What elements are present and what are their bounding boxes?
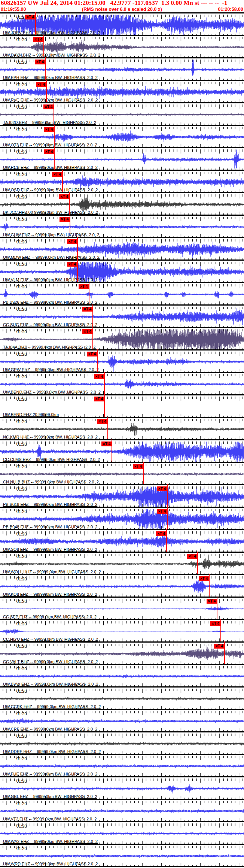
trace-row[interactable]: 01:20×T 4UW.BEND EHZ 20 99999.0km: [0, 394, 244, 417]
station-label: UW.GPW EHZ -- 99999.0km BW. HIGHPASS 2.0…: [3, 367, 99, 372]
trace-row[interactable]: 01:20×T 4UW.OSD EHZ -- 99999.0km BW. HIG…: [0, 170, 244, 192]
pick-marker[interactable]: ×T 4: [36, 82, 46, 87]
pick-marker[interactable]: ×T 4: [207, 599, 217, 604]
trace-row[interactable]: 01:20UW.WA2 EHZ -- 99999.0km BW. HIGHPAS…: [0, 821, 244, 844]
seismogram-trace: [0, 784, 244, 793]
pick-marker[interactable]: ×T 4: [101, 441, 112, 446]
trace-row[interactable]: 01:20×T 4PB.B018 EHZ -- 99999.0km BW. HI…: [0, 484, 244, 507]
trace-row[interactable]: 01:20UW.GBL EHZ -- 99999.0km BW .HIGHPAS…: [0, 776, 244, 799]
trace-row[interactable]: 01:20×T 4UW.WOLL HHZ -- 99999.0km BW .HI…: [0, 552, 244, 574]
trace-row[interactable]: 01:20×T 4UW.SO8 EHZ -- 99999.0km BW. HIG…: [0, 529, 244, 552]
seismogram-trace: [0, 629, 244, 635]
trace-row[interactable]: 01:20UW.DDRF HHZ -- 99999.0km BW .HIGHPA…: [0, 731, 244, 754]
trace-row[interactable]: 01:20×T 4PB.B948 EHZ -- 99999.0km BW. HI…: [0, 507, 244, 529]
minute-time-label: 01:20: [16, 622, 27, 626]
seismogram-trace: [0, 555, 244, 569]
pick-marker[interactable]: ×T 4: [43, 104, 54, 109]
station-label: UW.OT3 EHZ -- 99999.0km BW .HIGHPASS 2.0…: [3, 143, 97, 147]
pick-marker[interactable]: ×T 4: [33, 37, 44, 42]
trace-row[interactable]: 01:20×T 4UW.EPH EHZ -- 99999.0km BW .HIG…: [0, 57, 244, 80]
station-label: UW.VLM EHZ -- 99999.0km BW .HIGHPASS 2.0…: [3, 277, 98, 282]
minute-time-label: 01:20: [16, 82, 27, 87]
trace-row[interactable]: 01:20×T 4UW.OT3 EHZ -- 99999.0km BW .HIG…: [0, 125, 244, 147]
trace-row[interactable]: 01:20×T 4PB.B926 EHZ -- 99999.0km BW. HI…: [0, 282, 244, 304]
trace-row[interactable]: 01:20×T 4UW.DAYN BHZ -- 99999.0km BW HIG…: [0, 35, 244, 57]
trace-row[interactable]: 01:20×T 4UW.RCB EHZ -- 99999.0km BW. HIG…: [0, 147, 244, 170]
minute-time-label: 01:20: [16, 824, 27, 828]
pick-marker[interactable]: ×T 4: [199, 576, 209, 581]
pick-marker[interactable]: ×T 4: [210, 621, 221, 626]
trace-row[interactable]: 01:20UW.BVW EHZ -- 99999.0km BW. HIGHPAS…: [0, 664, 244, 686]
trace-row[interactable]: 01:20×T 4CC.SUG EHZ -- 99999.0km BW .HIG…: [0, 304, 244, 327]
seismogram-trace: [0, 606, 244, 610]
seismogram-trace: [0, 742, 244, 746]
trace-row[interactable]: 01:20UW.CRF EHZ -- 99999.0km BW. HIGHPAS…: [0, 709, 244, 731]
station-label: UW.WRD EHZ -- 99999.0km BW HIGHPASS 2.0 …: [3, 862, 98, 866]
pick-marker[interactable]: ×T 4: [214, 644, 225, 649]
trace-row[interactable]: 01:20×T 4CC.VALT BHZ -- 99999.0km BW. HI…: [0, 641, 244, 664]
trace-row[interactable]: 01:20×T 4UW.JORV EHZ -- 99999.0km BW .HI…: [0, 12, 244, 35]
trace-row[interactable]: 01:20×T 4CC.HIYU EHZ -- 99999.0km BW. HI…: [0, 619, 244, 641]
pick-marker[interactable]: ×T 4: [157, 486, 167, 491]
station-label: CC.SEP EHZ -- 99999.0km BW .HIGHPASS 2.0…: [3, 614, 97, 619]
pick-marker[interactable]: ×T 4: [94, 374, 104, 379]
trace-row[interactable]: 01:20×T 4BK.JCC HHZ.00 99999.0km BW HIGH…: [0, 192, 244, 215]
station-label: NC.KMR HHZ -- 99999.0km BW. HIGHPASS 2.0…: [3, 435, 98, 439]
pick-marker[interactable]: ×T 4: [35, 60, 45, 64]
trace-row[interactable]: 01:20UW.CCRK HHZ -- 99999.0km BW. HIGHPA…: [0, 686, 244, 709]
seismogram-trace: [0, 718, 244, 724]
minute-time-label: 01:20: [16, 262, 27, 267]
pick-marker[interactable]: ×T 4: [60, 217, 70, 222]
pick-marker[interactable]: ×T 4: [67, 239, 77, 244]
trace-row[interactable]: 01:20×T 4UW.BEND EHZ -- 99999.0km BW .HI…: [0, 372, 244, 394]
pick-marker[interactable]: ×T 4: [133, 464, 143, 469]
station-label: UW.VT2 EHZ -- 99999.0km BW HIGHPASS 2.0 …: [3, 817, 97, 821]
pick-marker[interactable]: ×T 4: [44, 127, 54, 132]
trace-row[interactable]: 01:20×T 4UW.KO8 EHZ -- 99999.0km BW. HIG…: [0, 574, 244, 597]
pick-marker[interactable]: ×T 4: [44, 149, 54, 154]
pick-marker[interactable]: ×T 4: [156, 531, 167, 536]
minute-time-label: 01:20: [16, 689, 27, 694]
pick-marker[interactable]: ×T 4: [25, 15, 36, 19]
trace-row[interactable]: 01:20UW.WRD EHZ -- 99999.0km BW HIGHPASS…: [0, 844, 244, 866]
seismogram-viewer: 60826157 UW Jul 24, 2014 01:20:15.00 42.…: [0, 0, 244, 868]
minute-time-label: 01:20: [16, 330, 27, 334]
pick-marker[interactable]: ×T 4: [79, 284, 89, 289]
minute-time-label: 01:20: [16, 577, 27, 581]
trace-row[interactable]: 01:20×T 4TA.I02D BHZ -- 99999.0km BW HIG…: [0, 102, 244, 125]
station-label: UW.DDRF HHZ -- 99999.0km BW .HIGHPASS 2.…: [3, 749, 101, 754]
trace-row[interactable]: 01:20×T 4UW.GPW EHZ -- 99999.0km BW. HIG…: [0, 349, 244, 372]
trace-row[interactable]: 01:20UW.VT2 EHZ -- 99999.0km BW HIGHPASS…: [0, 799, 244, 821]
trace-row[interactable]: 01:20×T 4UW.RVC EHZ -- 99999.0km BW .HIG…: [0, 80, 244, 102]
station-label: UW.OSD EHZ -- 99999.0km BW. HIGHPASS 2.0…: [3, 188, 98, 192]
pick-marker[interactable]: ×T 4: [97, 419, 108, 424]
trace-row[interactable]: 01:20×T 4UW.VLM EHZ -- 99999.0km BW .HIG…: [0, 260, 244, 282]
minute-time-label: 01:20: [16, 756, 27, 761]
pick-marker[interactable]: ×T 4: [67, 262, 77, 267]
trace-row[interactable]: 01:20×T 4UW.GHW EHZ -- 99999.0km BW HIGH…: [0, 215, 244, 237]
trace-row[interactable]: 01:20×T 4TA.I04A BHZ -- 99999.0km BW. HI…: [0, 327, 244, 349]
pick-marker[interactable]: ×T 4: [82, 329, 93, 334]
pick-marker[interactable]: ×T 4: [157, 509, 167, 514]
trace-row[interactable]: 01:20UW.FHE EHZ -- 99999.0km BW .HIGHPAS…: [0, 754, 244, 776]
pick-marker[interactable]: ×T 4: [187, 554, 198, 559]
pick-marker[interactable]: ×T 4: [94, 397, 104, 401]
trace-row[interactable]: 01:20×T 4CC.CLMS EHZ -- 99999.0km BW HIG…: [0, 439, 244, 462]
trace-row[interactable]: 01:20×T 4CN.NLLB BHZ -- 99999.0km BW HIG…: [0, 462, 244, 484]
station-label: TA.I02D BHZ -- 99999.0km BW HIGHPASS 2.0…: [3, 120, 96, 125]
pick-marker[interactable]: ×T 4: [82, 307, 93, 312]
pick-marker[interactable]: ×T 4: [59, 194, 70, 199]
pick-marker[interactable]: ×T 4: [52, 172, 62, 177]
trace-row[interactable]: 01:20×T 4UW.MDW EHZ -- 99999.0km BW HIGH…: [0, 237, 244, 260]
seismogram-trace: [0, 645, 244, 660]
seismogram-trace: [0, 379, 244, 388]
pick-marker[interactable]: ×T 4: [87, 352, 97, 356]
minute-time-label: 01:20: [16, 352, 27, 356]
station-label: UW.BEND EHZ -- 99999.0km BW .HIGHPASS 2.…: [3, 390, 101, 394]
minute-time-label: 01:20: [16, 60, 27, 64]
trace-row[interactable]: 01:20×T 4CC.SEP EHZ -- 99999.0km BW .HIG…: [0, 597, 244, 619]
seismogram-trace: [0, 472, 244, 476]
trace-row[interactable]: 01:20×T 4NC.KMR HHZ -- 99999.0km BW. HIG…: [0, 417, 244, 439]
minute-time-label: 01:20: [16, 195, 27, 199]
minute-time-label: 01:20: [16, 397, 27, 401]
